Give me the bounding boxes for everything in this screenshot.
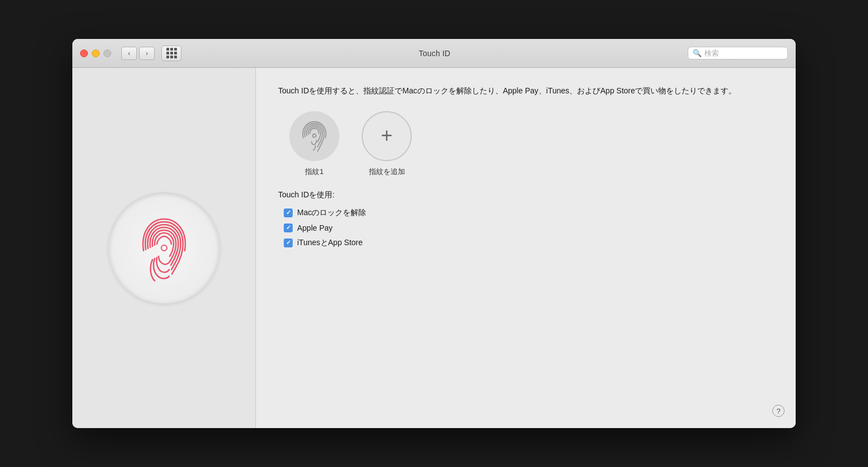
grid-icon	[166, 48, 177, 58]
help-button[interactable]: ?	[772, 405, 785, 417]
svg-point-1	[313, 134, 316, 137]
checkmark-icon: ✓	[286, 210, 291, 216]
checkmark-icon: ✓	[286, 225, 291, 231]
fingerprint-item-add: + 指紋を追加	[362, 111, 412, 177]
checkbox-itunes[interactable]: ✓	[284, 239, 293, 247]
usage-title: Touch IDを使用:	[278, 190, 773, 200]
checkmark-icon: ✓	[286, 240, 291, 246]
system-preferences-window: ‹ › Touch ID 🔍	[72, 39, 796, 428]
right-panel: Touch IDを使用すると、指紋認証でMacのロックを解除したり、Apple …	[256, 68, 796, 428]
usage-section: Touch IDを使用: ✓ Macのロックを解除 ✓ Apple Pay	[278, 190, 773, 248]
titlebar: ‹ › Touch ID 🔍	[72, 39, 796, 68]
main-content: Touch IDを使用すると、指紋認証でMacのロックを解除したり、Apple …	[72, 68, 796, 428]
description-text: Touch IDを使用すると、指紋認証でMacのロックを解除したり、Apple …	[278, 85, 773, 98]
checkbox-applepay[interactable]: ✓	[284, 223, 293, 232]
checkbox-row-unlock: ✓ Macのロックを解除	[278, 208, 773, 218]
plus-icon: +	[381, 126, 392, 146]
checkbox-label-applepay: Apple Pay	[297, 223, 333, 232]
fingerprints-row: 指紋1 + 指紋を追加	[278, 111, 773, 177]
add-fingerprint-button[interactable]: +	[362, 111, 412, 161]
search-input[interactable]	[704, 49, 777, 57]
search-icon: 🔍	[693, 49, 702, 57]
add-fingerprint-label: 指紋を追加	[369, 167, 405, 177]
grid-view-button[interactable]	[161, 46, 181, 61]
nav-buttons: ‹ ›	[121, 47, 155, 60]
fingerprint-button-1[interactable]	[289, 111, 339, 161]
traffic-lights	[80, 49, 111, 57]
svg-point-0	[161, 245, 167, 251]
minimize-button[interactable]	[92, 49, 100, 57]
checkbox-row-applepay: ✓ Apple Pay	[278, 223, 773, 232]
fingerprint-logo-icon	[128, 212, 200, 284]
checkbox-label-unlock: Macのロックを解除	[297, 208, 366, 218]
left-panel	[72, 68, 256, 428]
fingerprint-item-1: 指紋1	[289, 111, 339, 177]
close-button[interactable]	[80, 49, 88, 57]
registered-fingerprint-icon	[297, 118, 333, 154]
window-title: Touch ID	[186, 49, 683, 58]
forward-button[interactable]: ›	[139, 47, 155, 60]
checkbox-unlock[interactable]: ✓	[284, 208, 293, 217]
fingerprint-logo-circle	[108, 192, 220, 304]
checkbox-row-itunes: ✓ iTunesとApp Store	[278, 238, 773, 248]
maximize-button[interactable]	[103, 49, 111, 57]
search-box[interactable]: 🔍	[688, 47, 788, 59]
checkbox-label-itunes: iTunesとApp Store	[297, 238, 363, 248]
back-button[interactable]: ‹	[121, 47, 137, 60]
fingerprint-label-1: 指紋1	[305, 167, 323, 177]
